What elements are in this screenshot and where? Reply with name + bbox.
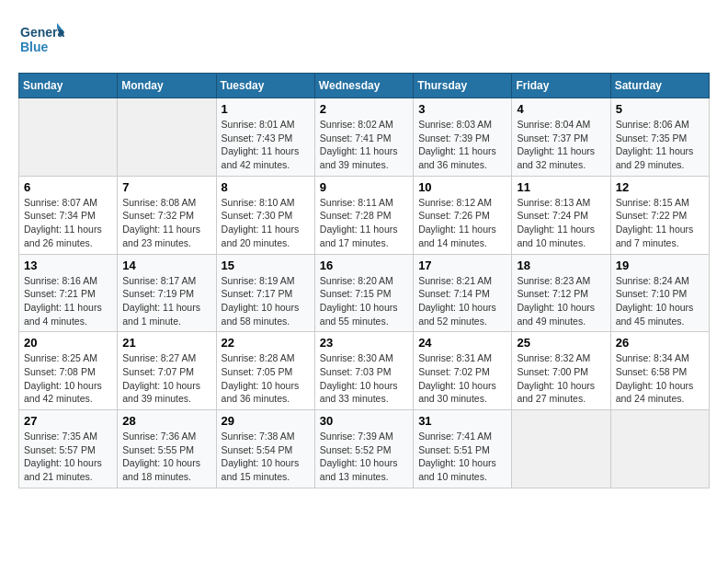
- logo: General Blue: [18, 18, 64, 63]
- day-info: Sunrise: 8:11 AMSunset: 7:28 PMDaylight:…: [320, 197, 398, 248]
- day-info: Sunrise: 8:31 AMSunset: 7:02 PMDaylight:…: [418, 352, 496, 404]
- day-number: 31: [418, 414, 506, 428]
- day-info: Sunrise: 8:02 AMSunset: 7:41 PMDaylight:…: [320, 119, 398, 170]
- day-info: Sunrise: 8:12 AMSunset: 7:26 PMDaylight:…: [418, 197, 496, 248]
- calendar-cell: 23Sunrise: 8:30 AMSunset: 7:03 PMDayligh…: [314, 332, 413, 410]
- week-row-2: 6Sunrise: 8:07 AMSunset: 7:34 PMDaylight…: [19, 176, 710, 254]
- day-info: Sunrise: 8:04 AMSunset: 7:37 PMDaylight:…: [517, 119, 595, 170]
- day-info: Sunrise: 8:07 AMSunset: 7:34 PMDaylight:…: [24, 197, 102, 248]
- day-number: 15: [222, 259, 310, 272]
- column-header-sunday: Sunday: [19, 74, 118, 98]
- day-number: 20: [24, 336, 112, 350]
- day-info: Sunrise: 8:34 AMSunset: 6:58 PMDaylight:…: [616, 352, 694, 404]
- calendar-cell: 18Sunrise: 8:23 AMSunset: 7:12 PMDayligh…: [512, 254, 610, 332]
- calendar-cell: 8Sunrise: 8:10 AMSunset: 7:30 PMDaylight…: [216, 176, 314, 254]
- calendar-cell: 13Sunrise: 8:16 AMSunset: 7:21 PMDayligh…: [19, 254, 118, 332]
- day-number: 24: [418, 336, 506, 350]
- column-header-thursday: Thursday: [414, 74, 512, 98]
- svg-text:Blue: Blue: [20, 40, 49, 54]
- day-info: Sunrise: 8:15 AMSunset: 7:22 PMDaylight:…: [616, 197, 694, 248]
- day-number: 29: [222, 414, 310, 428]
- calendar-cell: 29Sunrise: 7:38 AMSunset: 5:54 PMDayligh…: [216, 410, 314, 488]
- calendar-cell: [610, 410, 709, 488]
- day-number: 17: [418, 259, 506, 272]
- day-number: 22: [222, 336, 310, 350]
- calendar-cell: 5Sunrise: 8:06 AMSunset: 7:35 PMDaylight…: [610, 98, 709, 177]
- calendar-cell: [118, 98, 216, 177]
- calendar-cell: 9Sunrise: 8:11 AMSunset: 7:28 PMDaylight…: [314, 176, 413, 254]
- day-number: 1: [222, 102, 310, 116]
- day-info: Sunrise: 8:30 AMSunset: 7:03 PMDaylight:…: [320, 352, 398, 404]
- calendar-cell: 2Sunrise: 8:02 AMSunset: 7:41 PMDaylight…: [314, 98, 413, 177]
- calendar-cell: 24Sunrise: 8:31 AMSunset: 7:02 PMDayligh…: [414, 332, 512, 410]
- calendar-cell: 22Sunrise: 8:28 AMSunset: 7:05 PMDayligh…: [216, 332, 314, 410]
- day-number: 3: [418, 102, 506, 116]
- day-number: 19: [616, 259, 704, 272]
- day-info: Sunrise: 8:13 AMSunset: 7:24 PMDaylight:…: [517, 197, 595, 248]
- calendar-cell: 25Sunrise: 8:32 AMSunset: 7:00 PMDayligh…: [512, 332, 610, 410]
- calendar-cell: 28Sunrise: 7:36 AMSunset: 5:55 PMDayligh…: [118, 410, 216, 488]
- calendar-cell: 31Sunrise: 7:41 AMSunset: 5:51 PMDayligh…: [414, 410, 512, 488]
- day-info: Sunrise: 8:19 AMSunset: 7:17 PMDaylight:…: [222, 275, 300, 327]
- week-row-4: 20Sunrise: 8:25 AMSunset: 7:08 PMDayligh…: [19, 332, 710, 410]
- calendar-cell: 17Sunrise: 8:21 AMSunset: 7:14 PMDayligh…: [414, 254, 512, 332]
- day-number: 9: [320, 180, 408, 194]
- day-info: Sunrise: 8:08 AMSunset: 7:32 PMDaylight:…: [122, 197, 200, 248]
- day-info: Sunrise: 8:24 AMSunset: 7:10 PMDaylight:…: [616, 275, 694, 327]
- day-number: 30: [320, 414, 408, 428]
- day-info: Sunrise: 8:03 AMSunset: 7:39 PMDaylight:…: [418, 119, 496, 170]
- day-number: 28: [122, 414, 210, 428]
- header: General Blue: [18, 18, 710, 63]
- day-info: Sunrise: 7:41 AMSunset: 5:51 PMDaylight:…: [418, 431, 496, 482]
- calendar-cell: 10Sunrise: 8:12 AMSunset: 7:26 PMDayligh…: [414, 176, 512, 254]
- calendar-cell: 16Sunrise: 8:20 AMSunset: 7:15 PMDayligh…: [314, 254, 413, 332]
- calendar-cell: 4Sunrise: 8:04 AMSunset: 7:37 PMDaylight…: [512, 98, 610, 177]
- day-number: 6: [24, 180, 112, 194]
- logo-icon: General Blue: [18, 18, 64, 60]
- day-info: Sunrise: 8:28 AMSunset: 7:05 PMDaylight:…: [222, 352, 300, 404]
- day-number: 12: [616, 180, 704, 194]
- day-info: Sunrise: 8:01 AMSunset: 7:43 PMDaylight:…: [222, 119, 300, 170]
- day-number: 8: [222, 180, 310, 194]
- column-header-monday: Monday: [118, 74, 216, 98]
- calendar-cell: [512, 410, 610, 488]
- calendar-table: SundayMondayTuesdayWednesdayThursdayFrid…: [18, 73, 710, 488]
- day-info: Sunrise: 8:20 AMSunset: 7:15 PMDaylight:…: [320, 275, 398, 327]
- day-number: 10: [418, 180, 506, 194]
- day-number: 13: [24, 259, 112, 272]
- day-number: 11: [517, 180, 605, 194]
- day-number: 18: [517, 259, 605, 272]
- day-info: Sunrise: 8:10 AMSunset: 7:30 PMDaylight:…: [222, 197, 300, 248]
- calendar-cell: 26Sunrise: 8:34 AMSunset: 6:58 PMDayligh…: [610, 332, 709, 410]
- calendar-cell: 20Sunrise: 8:25 AMSunset: 7:08 PMDayligh…: [19, 332, 118, 410]
- calendar-cell: 27Sunrise: 7:35 AMSunset: 5:57 PMDayligh…: [19, 410, 118, 488]
- column-header-tuesday: Tuesday: [216, 74, 314, 98]
- column-header-saturday: Saturday: [610, 74, 709, 98]
- calendar-cell: 14Sunrise: 8:17 AMSunset: 7:19 PMDayligh…: [118, 254, 216, 332]
- column-header-wednesday: Wednesday: [314, 74, 413, 98]
- calendar-cell: 7Sunrise: 8:08 AMSunset: 7:32 PMDaylight…: [118, 176, 216, 254]
- calendar-cell: 11Sunrise: 8:13 AMSunset: 7:24 PMDayligh…: [512, 176, 610, 254]
- day-number: 23: [320, 336, 408, 350]
- week-row-3: 13Sunrise: 8:16 AMSunset: 7:21 PMDayligh…: [19, 254, 710, 332]
- day-info: Sunrise: 7:35 AMSunset: 5:57 PMDaylight:…: [24, 431, 102, 482]
- calendar-cell: 30Sunrise: 7:39 AMSunset: 5:52 PMDayligh…: [314, 410, 413, 488]
- day-info: Sunrise: 8:16 AMSunset: 7:21 PMDaylight:…: [24, 275, 102, 327]
- day-number: 26: [616, 336, 704, 350]
- calendar-cell: 15Sunrise: 8:19 AMSunset: 7:17 PMDayligh…: [216, 254, 314, 332]
- week-row-5: 27Sunrise: 7:35 AMSunset: 5:57 PMDayligh…: [19, 410, 710, 488]
- week-row-1: 1Sunrise: 8:01 AMSunset: 7:43 PMDaylight…: [19, 98, 710, 177]
- day-info: Sunrise: 8:27 AMSunset: 7:07 PMDaylight:…: [122, 352, 200, 404]
- day-info: Sunrise: 7:36 AMSunset: 5:55 PMDaylight:…: [122, 431, 200, 482]
- day-number: 16: [320, 259, 408, 272]
- calendar-cell: 19Sunrise: 8:24 AMSunset: 7:10 PMDayligh…: [610, 254, 709, 332]
- calendar-cell: 12Sunrise: 8:15 AMSunset: 7:22 PMDayligh…: [610, 176, 709, 254]
- column-header-friday: Friday: [512, 74, 610, 98]
- day-number: 5: [616, 102, 704, 116]
- day-number: 25: [517, 336, 605, 350]
- day-info: Sunrise: 7:39 AMSunset: 5:52 PMDaylight:…: [320, 431, 398, 482]
- day-info: Sunrise: 8:21 AMSunset: 7:14 PMDaylight:…: [418, 275, 496, 327]
- calendar-cell: [19, 98, 118, 177]
- day-info: Sunrise: 8:32 AMSunset: 7:00 PMDaylight:…: [517, 352, 595, 404]
- day-number: 21: [122, 336, 210, 350]
